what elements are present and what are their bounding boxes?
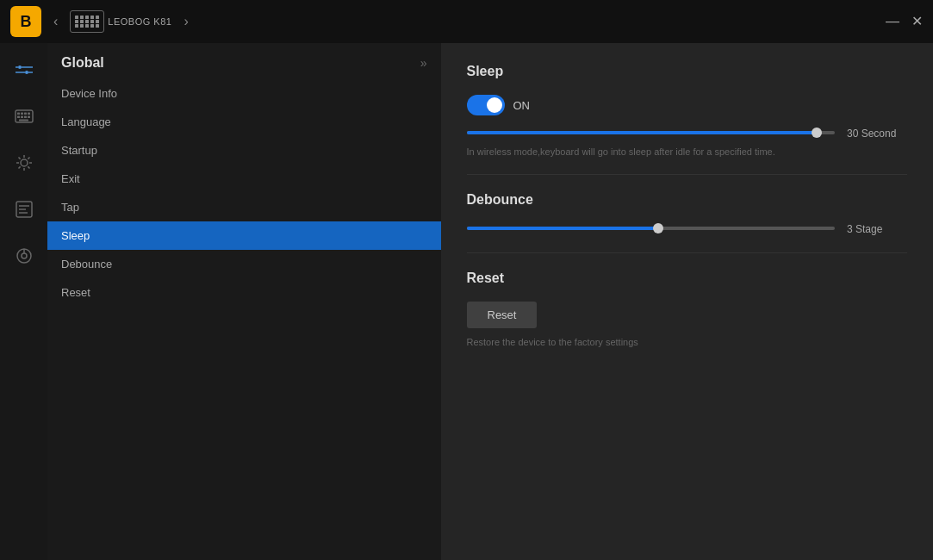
- titlebar-controls: — ✕: [886, 15, 923, 28]
- svg-rect-9: [24, 113, 27, 115]
- svg-rect-10: [28, 113, 30, 115]
- main-layout: Global » Device Info Language Startup Ex…: [0, 43, 933, 560]
- sidebar: Global » Device Info Language Startup Ex…: [0, 43, 441, 560]
- debounce-slider-thumb[interactable]: [653, 223, 663, 233]
- debounce-slider-track: [467, 227, 836, 230]
- svg-line-22: [28, 166, 29, 168]
- debounce-slider-fill: [467, 227, 658, 230]
- close-button[interactable]: ✕: [911, 15, 923, 28]
- prev-device-button[interactable]: ‹: [50, 12, 61, 31]
- reset-button[interactable]: Reset: [467, 302, 538, 328]
- sidebar-icon-strip: [0, 43, 47, 560]
- titlebar-left: B ‹ LEOBOG K81 ›: [10, 6, 192, 37]
- next-device-button[interactable]: ›: [180, 12, 191, 31]
- debounce-slider[interactable]: [467, 227, 836, 232]
- sidebar-icon-sliders[interactable]: [9, 55, 39, 84]
- svg-point-16: [21, 159, 28, 166]
- svg-line-21: [18, 158, 20, 159]
- sidebar-item-debounce[interactable]: Debounce: [47, 250, 441, 278]
- sleep-slider[interactable]: [467, 131, 836, 136]
- sidebar-item-tap[interactable]: Tap: [47, 193, 441, 221]
- svg-point-30: [22, 253, 27, 258]
- svg-rect-12: [21, 116, 23, 119]
- svg-point-3: [25, 71, 28, 74]
- debounce-slider-value: 3 Stage: [847, 223, 907, 235]
- svg-rect-15: [19, 120, 28, 121]
- titlebar: B ‹ LEOBOG K81 › — ✕: [0, 0, 933, 43]
- sleep-section: Sleep ON 30 Second In wireless mode,keyb…: [467, 64, 908, 157]
- sidebar-icon-keyboard[interactable]: [9, 102, 39, 131]
- sleep-toggle-row: ON: [467, 95, 908, 115]
- sleep-slider-track: [467, 131, 836, 134]
- sleep-section-title: Sleep: [467, 64, 908, 79]
- sleep-slider-thumb[interactable]: [812, 128, 822, 138]
- sidebar-item-exit[interactable]: Exit: [47, 165, 441, 193]
- svg-rect-8: [21, 113, 23, 115]
- sidebar-header: Global »: [47, 43, 441, 79]
- sidebar-item-sleep[interactable]: Sleep: [47, 221, 441, 250]
- sidebar-collapse-button[interactable]: »: [420, 56, 427, 70]
- sleep-slider-hint: In wireless mode,keyboard will go into s…: [467, 146, 908, 157]
- sleep-toggle-label: ON: [513, 99, 531, 112]
- sidebar-item-device-info[interactable]: Device Info: [47, 79, 441, 108]
- debounce-section-title: Debounce: [467, 192, 908, 208]
- sidebar-item-language[interactable]: Language: [47, 108, 441, 136]
- divider-2: [467, 252, 908, 253]
- keyboard-visual: [75, 16, 100, 28]
- sidebar-icon-stats[interactable]: [9, 241, 39, 271]
- sleep-toggle[interactable]: [467, 95, 505, 115]
- sidebar-title: Global: [61, 55, 104, 71]
- debounce-section: Debounce 3 Stage: [467, 192, 908, 235]
- reset-section-title: Reset: [467, 271, 908, 286]
- svg-rect-11: [17, 116, 20, 119]
- sleep-slider-value: 30 Second: [847, 128, 907, 140]
- app-logo: B: [10, 6, 41, 37]
- divider-1: [467, 174, 908, 175]
- svg-line-24: [18, 166, 20, 168]
- sleep-slider-row: 30 Second: [467, 128, 908, 140]
- sidebar-item-reset[interactable]: Reset: [47, 278, 441, 307]
- main-content: Sleep ON 30 Second In wireless mode,keyb…: [441, 43, 934, 560]
- sidebar-menu: Global » Device Info Language Startup Ex…: [47, 43, 441, 560]
- debounce-slider-row: 3 Stage: [467, 223, 908, 235]
- svg-rect-14: [28, 116, 30, 119]
- svg-point-0: [18, 65, 22, 69]
- svg-line-23: [28, 158, 29, 159]
- sidebar-icon-macro[interactable]: [9, 195, 39, 224]
- minimize-button[interactable]: —: [886, 15, 899, 28]
- reset-section: Reset Reset Restore the device to the fa…: [467, 271, 908, 347]
- sleep-toggle-knob: [487, 97, 502, 113]
- device-nav: LEOBOG K81: [70, 10, 171, 33]
- sleep-slider-fill: [467, 131, 817, 134]
- device-label: LEOBOG K81: [108, 16, 171, 27]
- device-icon: [70, 10, 104, 33]
- sidebar-icon-effects[interactable]: [9, 148, 39, 177]
- svg-rect-13: [24, 116, 27, 119]
- reset-hint: Restore the device to the factory settin…: [467, 337, 908, 347]
- sidebar-item-startup[interactable]: Startup: [47, 136, 441, 165]
- svg-rect-7: [17, 113, 20, 115]
